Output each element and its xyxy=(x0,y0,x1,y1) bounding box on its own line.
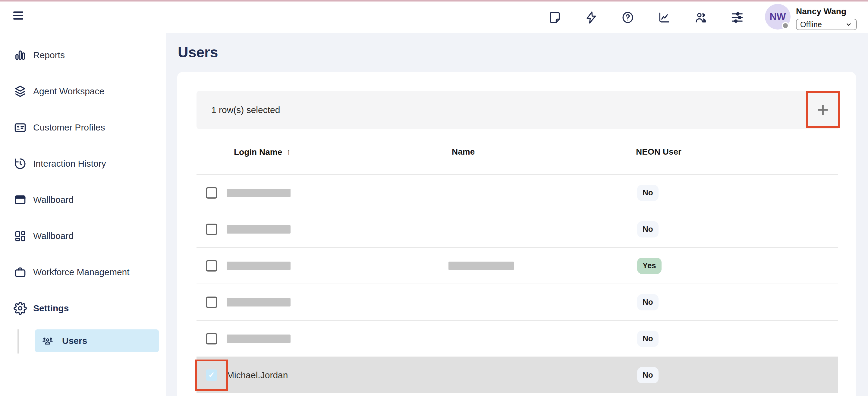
sidebar-item-wallboard[interactable]: Wallboard xyxy=(0,182,166,218)
table-row[interactable]: No xyxy=(196,320,838,357)
sidebar-item-customer-profiles[interactable]: Customer Profiles xyxy=(0,110,166,146)
sidebar-item-users[interactable]: Users xyxy=(35,329,159,352)
analytics-icon[interactable] xyxy=(657,10,672,25)
table-header-row: Login Name↑ Name NEON User xyxy=(196,129,838,174)
sidebar-item-label: Customer Profiles xyxy=(33,122,105,132)
row-checkbox[interactable] xyxy=(206,260,217,272)
sidebar-item-wallboard-2[interactable]: Wallboard xyxy=(0,218,166,254)
table-body: No No Yes No No ✓ Michael.JordanNo xyxy=(196,174,838,393)
column-header-label: Login Name xyxy=(234,147,282,157)
row-checkbox[interactable] xyxy=(206,187,217,199)
sidebar-item-reports[interactable]: Reports xyxy=(0,37,166,73)
sidebar-item-settings[interactable]: Settings xyxy=(0,290,166,326)
table-row[interactable]: Yes xyxy=(196,247,838,283)
sidebar-item-label: Workforce Management xyxy=(33,267,130,277)
selection-toolbar: 1 row(s) selected + xyxy=(196,91,839,129)
sidebar-item-label: Settings xyxy=(33,303,69,313)
selection-count-text: 1 row(s) selected xyxy=(211,105,280,115)
neon-user-badge: Yes xyxy=(637,258,661,274)
neon-user-badge: No xyxy=(637,185,658,201)
column-header-name[interactable]: Name xyxy=(452,147,475,157)
users-card: 1 row(s) selected + Login Name↑ Name NEO… xyxy=(177,72,856,396)
notes-icon[interactable] xyxy=(548,10,562,25)
status-select-value: Offline xyxy=(800,20,845,29)
annotation-box xyxy=(195,360,228,391)
neon-user-badge: No xyxy=(637,221,658,238)
sidebar: Reports Agent Workspace Customer Profile… xyxy=(0,33,166,396)
redacted-login-name xyxy=(227,189,290,197)
sidebar-item-label: Users xyxy=(62,336,87,346)
history-icon xyxy=(13,157,27,171)
status-select[interactable]: Offline xyxy=(796,19,857,30)
redacted-login-name xyxy=(227,262,290,270)
column-header-login-name[interactable]: Login Name↑ xyxy=(234,147,291,157)
status-dot xyxy=(782,22,789,29)
lightning-icon[interactable] xyxy=(584,10,598,25)
indent-line xyxy=(18,329,19,354)
redacted-login-name xyxy=(227,225,290,234)
sidebar-subitem-row: Users xyxy=(0,329,166,358)
page-title: Users xyxy=(178,45,218,60)
sidebar-item-interaction-history[interactable]: Interaction History xyxy=(0,146,166,182)
sidebar-item-label: Interaction History xyxy=(33,158,106,169)
sidebar-item-workforce-management[interactable]: Workforce Management xyxy=(0,254,166,290)
window-icon xyxy=(13,193,27,207)
sidebar-item-label: Agent Workspace xyxy=(33,86,104,96)
sidebar-item-label: Wallboard xyxy=(33,195,73,205)
help-icon[interactable] xyxy=(621,10,635,25)
row-checkbox[interactable] xyxy=(206,333,217,344)
neon-user-badge: No xyxy=(637,331,658,347)
dashboard-icon xyxy=(13,229,27,243)
gear-icon xyxy=(13,301,27,315)
add-user-button[interactable]: + xyxy=(817,100,829,120)
briefcase-icon xyxy=(13,265,27,279)
header-icon-row xyxy=(548,10,744,25)
users-table: Login Name↑ Name NEON User No No Yes No … xyxy=(196,129,838,393)
redacted-login-name xyxy=(227,298,290,306)
sliders-icon[interactable] xyxy=(730,10,744,25)
top-bar: NW Nancy Wang Offline xyxy=(0,1,868,33)
login-name-text: Michael.Jordan xyxy=(227,370,288,380)
row-checkbox[interactable] xyxy=(206,297,217,308)
redacted-name xyxy=(448,262,514,270)
sidebar-item-label: Reports xyxy=(33,50,65,60)
hamburger-menu-icon[interactable] xyxy=(13,11,25,24)
neon-user-badge: No xyxy=(637,294,658,310)
chevron-down-icon xyxy=(845,21,852,28)
user-name: Nancy Wang xyxy=(796,7,846,16)
table-row[interactable]: No xyxy=(196,211,838,247)
table-row[interactable]: ✓ Michael.JordanNo xyxy=(196,357,838,393)
table-row[interactable]: No xyxy=(196,283,838,320)
redacted-login-name xyxy=(227,335,290,343)
neon-user-badge: No xyxy=(637,367,658,383)
main-content: Users 1 row(s) selected + Login Name↑ Na… xyxy=(166,33,868,396)
annotation-box: + xyxy=(806,91,840,128)
bar-chart-icon xyxy=(13,48,27,62)
sidebar-item-label: Wallboard xyxy=(33,231,73,241)
layers-icon xyxy=(13,84,27,98)
table-row[interactable]: No xyxy=(196,174,838,211)
contacts-icon[interactable] xyxy=(693,10,708,25)
sidebar-item-agent-workspace[interactable]: Agent Workspace xyxy=(0,73,166,110)
id-card-icon xyxy=(13,121,27,134)
user-group-icon xyxy=(41,334,54,347)
sort-ascending-icon: ↑ xyxy=(286,147,291,157)
column-header-neon-user[interactable]: NEON User xyxy=(636,147,681,157)
row-checkbox[interactable] xyxy=(206,224,217,235)
